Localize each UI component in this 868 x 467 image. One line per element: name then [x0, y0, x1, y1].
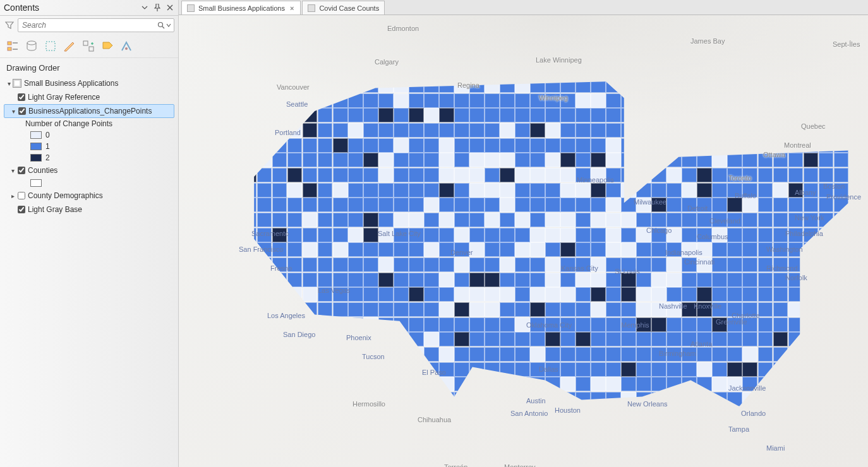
map-tab-icon [308, 4, 315, 12]
close-panel-icon[interactable] [166, 3, 174, 12]
layer-tree: ▾ Small Business Applications ▸ Light Gr… [0, 75, 178, 467]
filter-icon[interactable] [4, 20, 15, 31]
symbol-swatch [30, 143, 42, 150]
contents-title: Contents [4, 3, 136, 13]
collapse-icon[interactable]: ▾ [9, 167, 16, 174]
layer-visibility-checkbox[interactable] [18, 206, 25, 213]
collapse-icon[interactable]: ▾ [5, 80, 13, 87]
list-by-snapping-icon[interactable] [81, 38, 96, 54]
tab-label: Small Business Applications [198, 4, 285, 12]
map-tab[interactable]: Small Business Applications× [181, 1, 301, 15]
symbol-swatch [30, 154, 42, 162]
symbol-swatch [30, 131, 42, 139]
layer-light-gray-base[interactable]: ▸ Light Gray Base [4, 203, 174, 216]
tab-close-icon[interactable]: × [289, 4, 295, 12]
legend-heading: Number of Change Points [4, 118, 174, 129]
autohide-pin-icon[interactable] [153, 3, 162, 12]
city-label: Tampa [728, 425, 749, 433]
city-label: Chihuahua [418, 416, 451, 423]
map-tab[interactable]: Covid Case Counts [302, 1, 385, 15]
svg-rect-3 [8, 47, 11, 50]
list-by-editing-icon[interactable] [62, 38, 77, 54]
tree-label: Light Gray Reference [28, 93, 100, 102]
map-icon [13, 79, 21, 88]
svg-point-12 [125, 47, 128, 50]
list-by-labeling-icon[interactable] [100, 38, 115, 54]
layer-light-gray-reference[interactable]: ▸ Light Gray Reference [4, 90, 174, 104]
map-tab-bar: Small Business Applications×Covid Case C… [179, 0, 868, 15]
svg-rect-8 [83, 41, 88, 45]
layer-counties[interactable]: ▾ Counties [4, 163, 174, 177]
map-tab-icon [187, 4, 195, 12]
list-by-drawing-order-icon[interactable] [5, 38, 20, 54]
search-row [0, 16, 178, 35]
expand-icon[interactable]: ▸ [9, 192, 16, 199]
city-label: Miami [766, 444, 785, 452]
layer-visibility-checkbox[interactable] [18, 167, 25, 174]
layer-changepoints[interactable]: ▾ BusinessApplications_ChangePoints [4, 104, 174, 118]
search-icon[interactable] [157, 21, 165, 29]
city-label: Torreón [444, 463, 467, 467]
map-view[interactable]: EdmontonCalgaryVancouverReginaWinnipegSe… [179, 15, 868, 467]
city-label: Monterrey [504, 463, 536, 467]
search-input[interactable] [18, 19, 157, 32]
legend-value: 0 [45, 131, 50, 139]
legend-item: 0 [4, 129, 174, 141]
contents-toolbar [0, 35, 178, 58]
tree-label: Small Business Applications [24, 79, 118, 88]
options-dropdown-icon[interactable] [140, 3, 149, 12]
tree-map-root[interactable]: ▾ Small Business Applications [4, 76, 174, 90]
main-area: Small Business Applications×Covid Case C… [179, 0, 868, 467]
search-input-wrap [18, 18, 174, 32]
tab-label: Covid Case Counts [319, 4, 379, 12]
city-label: San Antonio [510, 410, 548, 417]
tree-label: Light Gray Base [28, 205, 82, 214]
contents-header: Contents [0, 0, 178, 16]
us-choropleth [242, 78, 848, 406]
tree-label: Counties [28, 166, 57, 175]
legend-title: Number of Change Points [20, 119, 112, 128]
collapse-icon[interactable]: ▾ [9, 107, 17, 115]
city-label: Orlando [741, 410, 766, 417]
svg-rect-9 [89, 47, 93, 51]
list-by-perceptual-icon[interactable] [119, 38, 134, 54]
layer-visibility-checkbox[interactable] [18, 107, 26, 115]
svg-point-0 [159, 23, 163, 27]
list-by-data-source-icon[interactable] [24, 38, 39, 54]
city-label: Houston [555, 406, 581, 414]
layer-county-demographics[interactable]: ▸ County Demographics [4, 189, 174, 203]
drawing-order-label: Drawing Order [0, 58, 178, 75]
legend-item: 1 [4, 141, 174, 152]
legend-value: 2 [45, 153, 50, 162]
svg-point-6 [27, 41, 36, 45]
list-by-selection-icon[interactable] [43, 38, 58, 54]
legend-value: 1 [45, 142, 50, 151]
contents-panel: Contents [0, 0, 179, 467]
legend-item: 2 [4, 152, 174, 163]
tree-label: County Demographics [28, 191, 103, 200]
layer-visibility-checkbox[interactable] [18, 192, 25, 199]
tree-label: BusinessApplications_ChangePoints [28, 107, 152, 115]
counties-symbol [4, 177, 174, 189]
search-dropdown-icon[interactable] [166, 23, 171, 28]
symbol-swatch [30, 179, 42, 187]
svg-line-1 [162, 27, 164, 28]
svg-rect-7 [46, 42, 55, 50]
layer-visibility-checkbox[interactable] [18, 93, 25, 101]
svg-rect-2 [8, 42, 11, 45]
